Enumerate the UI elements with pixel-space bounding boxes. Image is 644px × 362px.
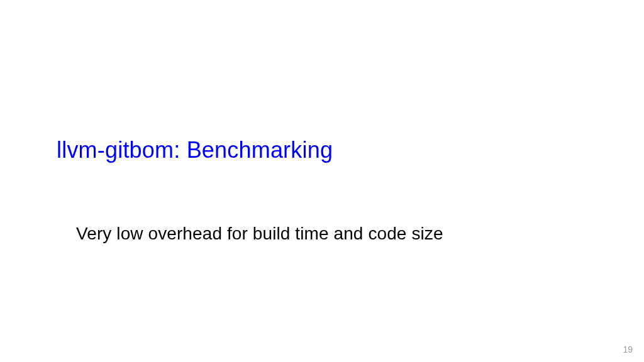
slide-title: llvm-gitbom: Benchmarking: [57, 137, 333, 163]
slide-body-text: Very low overhead for build time and cod…: [76, 224, 443, 244]
page-number: 19: [623, 344, 633, 354]
slide-container: llvm-gitbom: Benchmarking Very low overh…: [0, 0, 644, 362]
